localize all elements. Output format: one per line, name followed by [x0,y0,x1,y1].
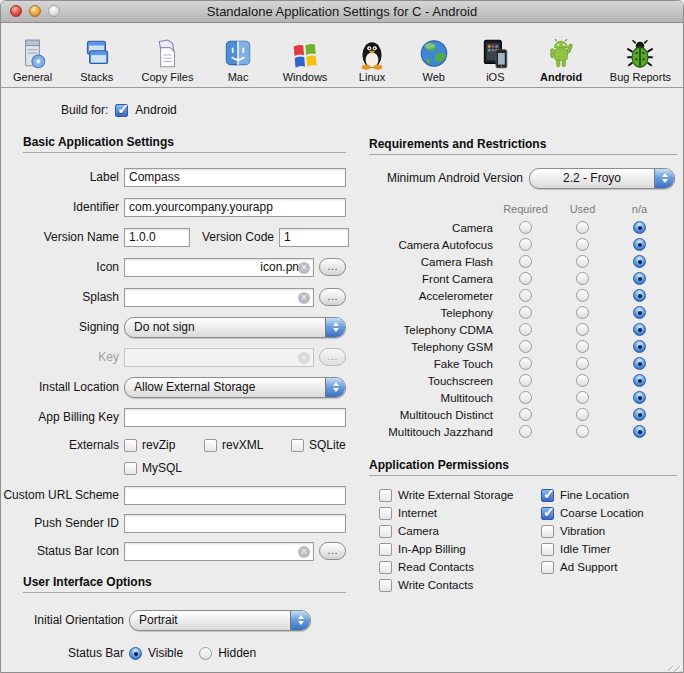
clear-icon[interactable] [298,292,310,304]
required-radio[interactable] [519,255,532,268]
required-radio[interactable] [519,374,532,387]
used-radio[interactable] [576,255,589,268]
app-billing-key-input[interactable] [125,410,345,424]
toolbar-item-mac[interactable]: Mac [221,37,255,83]
required-radio[interactable] [519,323,532,336]
signing-dropdown[interactable]: Do not sign [124,317,346,338]
used-radio[interactable] [576,323,589,336]
splash-browse-button[interactable] [319,288,346,306]
revzip-checkbox[interactable] [124,439,137,452]
resize-grip[interactable] [668,666,682,673]
na-radio[interactable] [633,272,646,285]
status-bar-icon-input[interactable] [125,544,313,558]
status-bar-icon-field[interactable] [124,542,314,561]
used-radio[interactable] [576,425,589,438]
install-location-dropdown[interactable]: Allow External Storage [124,377,346,398]
used-radio[interactable] [576,340,589,353]
na-radio[interactable] [633,221,646,234]
identifier-field[interactable] [124,198,346,217]
version-name-input[interactable] [125,230,189,244]
na-radio[interactable] [633,374,646,387]
na-radio[interactable] [633,306,646,319]
na-radio[interactable] [633,357,646,370]
toolbar-item-linux[interactable]: Linux [355,37,389,83]
toolbar-item-android[interactable]: Android [540,37,582,83]
min-android-version-dropdown[interactable]: 2.2 - Froyo [529,168,675,189]
version-code-input[interactable] [280,230,348,244]
used-radio[interactable] [576,289,589,302]
splash-input[interactable] [125,290,313,304]
fine-location-checkbox[interactable] [541,489,554,502]
required-radio[interactable] [519,272,532,285]
na-radio[interactable] [633,255,646,268]
required-radio[interactable] [519,238,532,251]
used-radio[interactable] [576,221,589,234]
required-radio[interactable] [519,306,532,319]
required-radio[interactable] [519,408,532,421]
version-name-field[interactable] [124,228,190,247]
icon-input[interactable] [125,260,313,274]
push-sender-id-input[interactable] [125,516,345,530]
used-radio[interactable] [576,374,589,387]
identifier-input[interactable] [125,200,345,214]
revxml-checkbox[interactable] [204,439,217,452]
write-contacts-checkbox[interactable] [379,579,392,592]
icon-browse-button[interactable] [319,258,346,276]
na-radio[interactable] [633,391,646,404]
custom-url-scheme-field[interactable] [124,486,346,505]
write-external-storage-checkbox[interactable] [379,489,392,502]
na-radio[interactable] [633,238,646,251]
toolbar-item-windows[interactable]: Windows [283,37,328,83]
in-app-billing-checkbox[interactable] [379,543,392,556]
sqlite-checkbox[interactable] [291,439,304,452]
used-radio[interactable] [576,272,589,285]
na-radio[interactable] [633,323,646,336]
app-billing-key-field[interactable] [124,408,346,427]
visible-radio[interactable] [129,647,142,660]
splash-field[interactable] [124,288,314,307]
status-bar-icon-browse-button[interactable] [319,542,346,560]
custom-url-scheme-input[interactable] [125,488,345,502]
zoom-button[interactable] [48,5,60,17]
icon-field[interactable] [124,258,314,277]
toolbar-item-web[interactable]: Web [417,37,451,83]
clear-icon[interactable] [298,262,310,274]
used-radio[interactable] [576,391,589,404]
vibration-checkbox[interactable] [541,525,554,538]
coarse-location-checkbox[interactable] [541,507,554,520]
label-input[interactable] [125,170,345,184]
initial-orientation-dropdown[interactable]: Portrait [129,610,311,631]
used-radio[interactable] [576,357,589,370]
required-radio[interactable] [519,340,532,353]
required-radio[interactable] [519,289,532,302]
used-radio[interactable] [576,408,589,421]
used-radio[interactable] [576,306,589,319]
minimize-button[interactable] [29,5,41,17]
na-radio[interactable] [633,425,646,438]
push-sender-id-field[interactable] [124,514,346,533]
version-code-field[interactable] [279,228,349,247]
mysql-checkbox[interactable] [124,462,137,475]
used-radio[interactable] [576,238,589,251]
na-radio[interactable] [633,340,646,353]
na-radio[interactable] [633,408,646,421]
na-radio[interactable] [633,289,646,302]
close-button[interactable] [10,5,22,17]
clear-icon[interactable] [298,546,310,558]
toolbar-item-stacks[interactable]: Stacks [80,37,114,83]
required-radio[interactable] [519,391,532,404]
required-radio[interactable] [519,221,532,234]
hidden-radio[interactable] [199,647,212,660]
toolbar-item-copy-files[interactable]: Copy Files [141,37,193,83]
required-radio[interactable] [519,425,532,438]
idle-timer-checkbox[interactable] [541,543,554,556]
toolbar-item-bug-reports[interactable]: Bug Reports [610,37,671,83]
ad-support-checkbox[interactable] [541,561,554,574]
title-bar[interactable]: Standalone Application Settings for C - … [1,1,683,23]
read-contacts-checkbox[interactable] [379,561,392,574]
toolbar-item-general[interactable]: General [13,37,52,83]
build-for-checkbox[interactable] [115,104,128,117]
internet-checkbox[interactable] [379,507,392,520]
label-field[interactable] [124,168,346,187]
required-radio[interactable] [519,357,532,370]
